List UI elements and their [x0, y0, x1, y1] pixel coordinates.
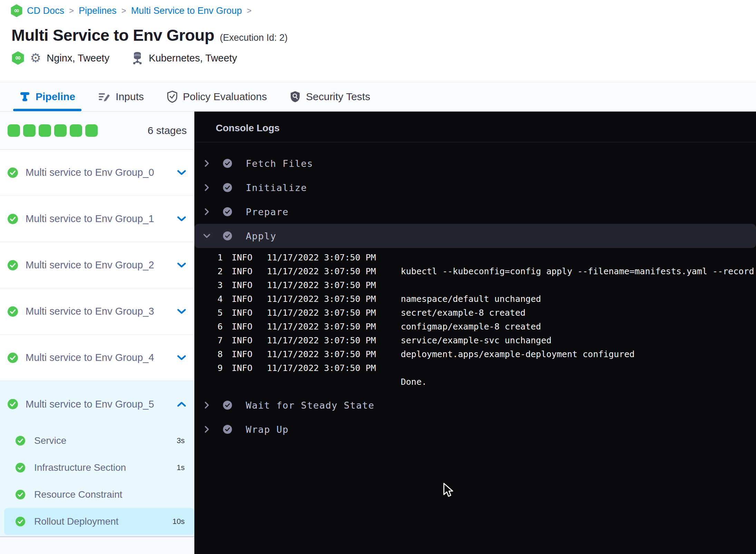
- success-check-icon: [16, 463, 25, 472]
- log-timestamp: 11/17/2022 3:07:50 PM: [267, 347, 381, 361]
- log-timestamp: 11/17/2022 3:07:50 PM: [267, 334, 381, 347]
- step-row-resource-constraint[interactable]: Resource Constraint: [0, 481, 194, 508]
- console-section-wrap-up[interactable]: Wrap Up: [194, 417, 756, 441]
- console-body: Fetch Files Initialize Prepare Apply 1IN…: [194, 142, 756, 441]
- console-section-initialize[interactable]: Initialize: [194, 175, 756, 200]
- breadcrumb-pipelines[interactable]: Pipelines: [79, 6, 117, 16]
- log-level: [232, 375, 260, 389]
- services-group: ∞ ⚙ Nginx, Tweety: [11, 51, 109, 65]
- log-timestamp: 11/17/2022 3:07:50 PM: [267, 292, 381, 306]
- stage-square[interactable]: [70, 124, 82, 137]
- log-level: INFO: [232, 251, 260, 265]
- chevron-right-icon[interactable]: [203, 208, 211, 216]
- log-block-apply: 1INFO11/17/2022 3:07:50 PM 2INFO11/17/20…: [194, 248, 756, 393]
- log-timestamp: 11/17/2022 3:07:50 PM: [267, 320, 381, 334]
- breadcrumb-pipeline-name[interactable]: Multi Service to Env Group: [131, 6, 242, 16]
- stage-square[interactable]: [85, 124, 98, 137]
- stage-label: Multi service to Env Group_2: [26, 259, 177, 271]
- step-row-rollout-deployment[interactable]: Rollout Deployment 10s: [4, 508, 194, 535]
- log-line-number: 5: [214, 306, 223, 320]
- stage-group-expanded: Multi service to Env Group_5 Service 3s …: [0, 381, 194, 536]
- log-line: 2INFO11/17/2022 3:07:50 PMkubectl --kube…: [194, 265, 756, 278]
- step-label: Service: [34, 435, 177, 446]
- chevron-right-icon[interactable]: [203, 184, 211, 191]
- success-check-icon: [223, 183, 232, 192]
- stage-square[interactable]: [8, 124, 20, 137]
- log-line: 6INFO11/17/2022 3:07:50 PMconfigmap/exam…: [194, 320, 756, 334]
- step-list: Service 3s Infrastructure Section 1s Res…: [0, 427, 194, 536]
- environment-group: Kubernetes, Tweety: [132, 51, 237, 65]
- success-check-icon: [8, 168, 18, 178]
- sidebar-bottom-divider: [0, 536, 194, 554]
- chevron-right-icon[interactable]: [203, 401, 211, 409]
- stage-square[interactable]: [39, 124, 51, 137]
- log-level: INFO: [232, 361, 260, 375]
- chevron-down-icon[interactable]: [177, 262, 186, 268]
- chevron-down-icon[interactable]: [177, 355, 186, 361]
- step-duration: 3s: [177, 436, 185, 445]
- tab-policy-evaluations[interactable]: Policy Evaluations: [167, 82, 267, 111]
- step-row-service[interactable]: Service 3s: [0, 427, 194, 454]
- console-section-label: Apply: [246, 231, 277, 241]
- log-level: INFO: [232, 306, 260, 320]
- stage-square[interactable]: [54, 124, 67, 137]
- chevron-down-icon[interactable]: [177, 170, 186, 175]
- title-row: Multi Service to Env Group (Execution Id…: [11, 26, 288, 45]
- console-section-prepare[interactable]: Prepare: [194, 200, 756, 224]
- stage-square[interactable]: [23, 124, 36, 137]
- log-timestamp: 11/17/2022 3:07:50 PM: [267, 306, 381, 320]
- inputs-icon: [98, 91, 110, 103]
- page-title: Multi Service to Env Group: [11, 26, 214, 45]
- chevron-right-icon[interactable]: [203, 160, 211, 167]
- services-row: ∞ ⚙ Nginx, Tweety Kubernetes, Tweety: [11, 51, 237, 65]
- log-line-number: [214, 375, 223, 389]
- console-section-wait-for-steady-state[interactable]: Wait for Steady State: [194, 393, 756, 417]
- step-duration: 10s: [173, 517, 185, 526]
- pipeline-execution-page: ∞ CD Docs > Pipelines > Multi Service to…: [0, 0, 756, 554]
- console-logs-title: Console Logs: [194, 112, 756, 142]
- log-line-number: 6: [214, 320, 223, 334]
- log-timestamp: 11/17/2022 3:07:50 PM: [267, 278, 381, 292]
- stage-row-1[interactable]: Multi service to Env Group_1: [0, 196, 194, 242]
- environment-label: Kubernetes, Tweety: [149, 52, 237, 64]
- tab-pipeline[interactable]: Pipeline: [19, 82, 75, 111]
- log-level: INFO: [232, 278, 260, 292]
- svg-text:∞: ∞: [15, 53, 21, 62]
- stages-sidebar: 6 stages Multi service to Env Group_0 Mu…: [0, 112, 194, 554]
- harness-link-hexagon-icon: ∞: [10, 4, 23, 17]
- breadcrumb-separator-icon: >: [68, 6, 75, 16]
- chevron-right-icon[interactable]: [203, 426, 211, 433]
- tab-inputs[interactable]: Inputs: [98, 82, 144, 111]
- stage-row-3[interactable]: Multi service to Env Group_3: [0, 288, 194, 335]
- log-line: 7INFO11/17/2022 3:07:50 PMservice/exampl…: [194, 334, 756, 347]
- success-check-icon: [16, 436, 25, 446]
- log-level: INFO: [232, 347, 260, 361]
- stage-row-0[interactable]: Multi service to Env Group_0: [0, 150, 194, 196]
- execution-id-label: (Execution Id: 2): [220, 32, 288, 43]
- stage-status-squares[interactable]: [8, 124, 98, 137]
- chevron-down-icon[interactable]: [177, 216, 186, 222]
- stage-row-2[interactable]: Multi service to Env Group_2: [0, 242, 194, 288]
- shield-check-icon: [167, 90, 178, 103]
- step-row-infrastructure[interactable]: Infrastructure Section 1s: [0, 454, 194, 481]
- success-check-icon: [223, 207, 232, 216]
- environment-server-icon: [132, 51, 143, 65]
- svg-text:∞: ∞: [14, 6, 20, 15]
- breadcrumb-cd-docs[interactable]: CD Docs: [27, 6, 64, 16]
- chevron-down-icon[interactable]: [203, 233, 211, 238]
- console-section-label: Wait for Steady State: [246, 400, 375, 411]
- success-check-icon: [16, 517, 25, 526]
- log-level: INFO: [232, 320, 260, 334]
- chevron-up-icon[interactable]: [177, 401, 186, 407]
- console-section-fetch-files[interactable]: Fetch Files: [194, 151, 756, 175]
- stage-row-4[interactable]: Multi service to Env Group_4: [0, 335, 194, 381]
- console-section-apply[interactable]: Apply: [194, 224, 756, 248]
- tab-security-tests[interactable]: Security Tests: [290, 82, 370, 111]
- services-label: Nginx, Tweety: [47, 52, 109, 64]
- stage-row-5[interactable]: Multi service to Env Group_5: [0, 381, 194, 427]
- log-message: deployment.apps/example-deployment confi…: [401, 347, 634, 361]
- tab-label: Security Tests: [306, 91, 370, 103]
- chevron-down-icon[interactable]: [177, 309, 186, 314]
- step-duration: 1s: [177, 463, 185, 472]
- console-section-label: Fetch Files: [246, 158, 313, 169]
